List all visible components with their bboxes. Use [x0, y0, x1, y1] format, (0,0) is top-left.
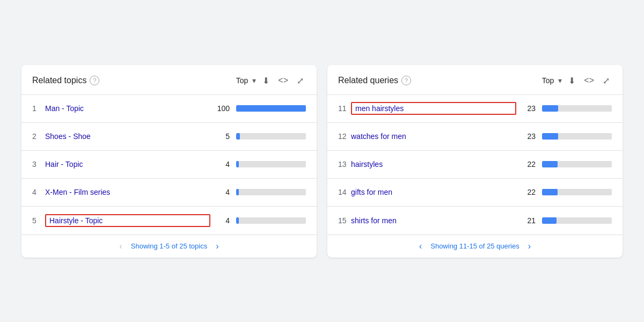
queries-next-arrow[interactable]: ›: [526, 241, 533, 251]
row-label[interactable]: Hairstyle - Topic: [45, 214, 210, 227]
topics-card-header: Related topics ? Top ▾ ⬇ <> ⤢: [21, 65, 317, 95]
bar-fill: [542, 189, 558, 195]
table-row: 2Shoes - Shoe5: [21, 123, 317, 151]
bar-container: [236, 189, 306, 195]
row-number: 13: [338, 160, 351, 169]
bar-container: [542, 105, 612, 112]
bar-container: [236, 105, 306, 112]
table-row: 4X-Men - Film series4: [21, 179, 317, 207]
row-label[interactable]: X-Men - Film series: [45, 188, 210, 196]
row-number: 12: [338, 132, 351, 141]
bar-fill: [236, 161, 239, 167]
row-label[interactable]: men hairstyles: [351, 102, 516, 115]
row-value: 4: [210, 216, 230, 225]
topics-footer: ‹ Showing 1-5 of 25 topics ›: [21, 235, 317, 258]
topics-next-arrow[interactable]: ›: [214, 241, 221, 251]
bar-container: [236, 133, 306, 140]
bar-fill: [542, 217, 557, 224]
row-label[interactable]: hairstyles: [351, 160, 516, 169]
row-label[interactable]: Shoes - Shoe: [45, 132, 210, 141]
row-number: 4: [32, 188, 45, 196]
table-row: 5Hairstyle - Topic4: [21, 207, 317, 235]
queries-top-label: Top: [542, 76, 554, 85]
bar-container: [542, 217, 612, 224]
bar-fill: [236, 189, 239, 195]
table-row: 15shirts for men21: [327, 207, 623, 235]
main-container: Related topics ? Top ▾ ⬇ <> ⤢ 1Man - Top…: [11, 43, 633, 279]
table-row: 11men hairstyles23: [327, 95, 623, 123]
row-value: 22: [516, 160, 536, 169]
bar-fill: [236, 133, 240, 140]
queries-card-header: Related queries ? Top ▾ ⬇ <> ⤢: [327, 65, 623, 95]
bar-fill: [236, 105, 306, 112]
related-topics-card: Related topics ? Top ▾ ⬇ <> ⤢ 1Man - Top…: [21, 65, 317, 258]
row-number: 14: [338, 188, 351, 196]
row-label[interactable]: shirts for men: [351, 216, 516, 225]
topics-title: Related topics: [32, 76, 86, 85]
queries-title: Related queries: [338, 76, 398, 85]
row-label[interactable]: Man - Topic: [45, 104, 210, 113]
bar-fill: [542, 105, 558, 112]
bar-container: [236, 161, 306, 167]
queries-share-icon[interactable]: ⤢: [601, 74, 612, 88]
row-value: 23: [516, 132, 536, 141]
table-row: 12watches for men23: [327, 123, 623, 151]
topics-embed-icon[interactable]: <>: [276, 74, 290, 87]
topics-top-label: Top: [236, 76, 248, 85]
topics-download-icon[interactable]: ⬇: [260, 74, 272, 88]
row-label[interactable]: Hair - Topic: [45, 160, 210, 169]
table-row: 1Man - Topic100: [21, 95, 317, 123]
queries-header-controls: Top ▾ ⬇ <> ⤢: [542, 74, 612, 88]
queries-embed-icon[interactable]: <>: [582, 74, 596, 87]
topics-dropdown-icon[interactable]: ▾: [252, 76, 256, 85]
row-value: 21: [516, 216, 536, 225]
bar-container: [542, 189, 612, 195]
table-row: 3Hair - Topic4: [21, 151, 317, 179]
queries-footer: ‹ Showing 11-15 of 25 queries ›: [327, 235, 623, 258]
row-value: 23: [516, 104, 536, 113]
table-row: 13hairstyles22: [327, 151, 623, 179]
row-value: 5: [210, 132, 230, 141]
topics-share-icon[interactable]: ⤢: [295, 74, 306, 88]
row-number: 11: [338, 104, 351, 113]
row-number: 15: [338, 216, 351, 225]
row-value: 22: [516, 188, 536, 196]
queries-help-icon[interactable]: ?: [401, 76, 411, 85]
bar-fill: [542, 161, 558, 167]
queries-dropdown-icon[interactable]: ▾: [558, 76, 562, 85]
row-value: 100: [210, 104, 230, 113]
bar-container: [236, 217, 306, 224]
row-number: 5: [32, 216, 45, 225]
queries-prev-arrow[interactable]: ‹: [417, 241, 424, 251]
row-value: 4: [210, 188, 230, 196]
bar-container: [542, 133, 612, 140]
bar-fill: [236, 217, 239, 224]
topics-header-controls: Top ▾ ⬇ <> ⤢: [236, 74, 306, 88]
topics-prev-arrow[interactable]: ‹: [117, 241, 124, 251]
row-label[interactable]: gifts for men: [351, 188, 516, 196]
row-number: 1: [32, 104, 45, 113]
topics-footer-text: Showing 1-5 of 25 topics: [131, 242, 207, 250]
row-number: 2: [32, 132, 45, 141]
queries-download-icon[interactable]: ⬇: [566, 74, 577, 88]
topics-help-icon[interactable]: ?: [90, 76, 99, 85]
row-value: 4: [210, 160, 230, 169]
related-queries-card: Related queries ? Top ▾ ⬇ <> ⤢ 11men hai…: [327, 65, 623, 258]
row-label[interactable]: watches for men: [351, 132, 516, 141]
bar-container: [542, 161, 612, 167]
queries-footer-text: Showing 11-15 of 25 queries: [430, 242, 519, 250]
topics-table: 1Man - Topic1002Shoes - Shoe53Hair - Top…: [21, 95, 317, 235]
queries-table: 11men hairstyles2312watches for men2313h…: [327, 95, 623, 235]
bar-fill: [542, 133, 558, 140]
table-row: 14gifts for men22: [327, 179, 623, 207]
row-number: 3: [32, 160, 45, 169]
